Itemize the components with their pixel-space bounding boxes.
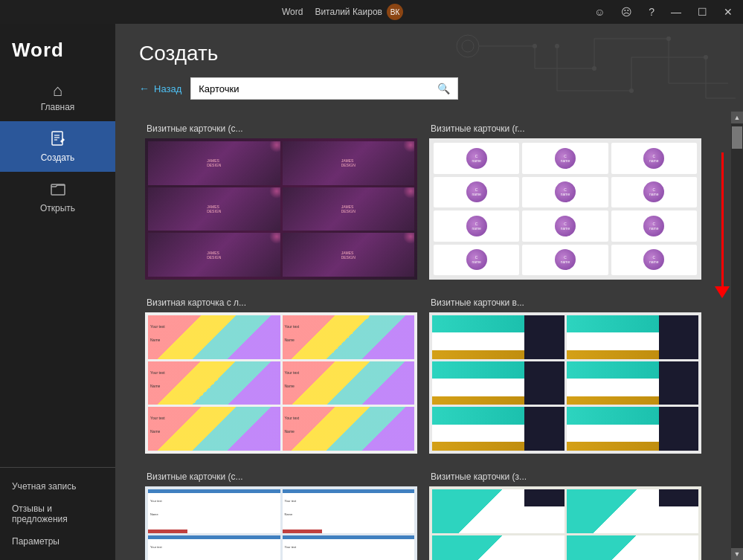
card2-cell: Cname xyxy=(434,143,519,174)
scrollbar-track: ▲ ▼ xyxy=(731,112,743,560)
card2-cell: Cname xyxy=(522,245,608,276)
template-item-3[interactable]: Визитная карточка с л... Your textName Y… xyxy=(139,292,423,466)
titlebar-controls: ☺ ☹ ? — ☐ ✕ xyxy=(590,4,737,19)
emoji-smile-icon[interactable]: ☺ xyxy=(590,4,609,19)
scrollbar-down-button[interactable]: ▼ xyxy=(731,548,743,560)
maximize-button[interactable]: ☐ xyxy=(693,4,712,19)
card3-cell: Your textName xyxy=(283,361,415,405)
card3b-cell: Your text xyxy=(148,535,280,560)
app-title: Word xyxy=(282,7,303,17)
sidebar-item-create[interactable]: Создать xyxy=(0,121,115,172)
template-item-5[interactable]: Визитные карточки (с... Your textName Yo… xyxy=(139,466,423,560)
sidebar-brand: Word xyxy=(0,24,115,74)
sidebar-home-label: Главная xyxy=(41,102,75,112)
scrollbar-up-button[interactable]: ▲ xyxy=(731,112,743,123)
card3-cell: Your textName xyxy=(148,407,280,451)
card2-cell: Cname xyxy=(434,177,519,208)
svg-rect-4 xyxy=(51,184,65,195)
titlebar-center: Word Виталий Каиров ВК xyxy=(282,4,403,20)
search-row: ← Назад 🔍 xyxy=(139,77,719,100)
template-thumb-3: Your textName Your textName Your textNam… xyxy=(145,312,417,454)
card2-cell: Cname xyxy=(611,245,697,276)
template-item-4[interactable]: Визитные карточки в... xyxy=(423,292,707,466)
scrollbar-thumb[interactable] xyxy=(732,126,742,149)
sidebar-item-open[interactable]: Открыть xyxy=(0,172,115,222)
card2-cell: Cname xyxy=(434,210,519,242)
card1-cell: JAMESDESIGN xyxy=(148,187,280,231)
search-input[interactable] xyxy=(191,79,430,99)
template-title-3: Визитная карточка с л... xyxy=(145,297,417,308)
card4-cell xyxy=(432,315,565,359)
sidebar-item-feedback[interactable]: Отзывы и предложения xyxy=(0,498,115,530)
page-title: Создать xyxy=(139,42,719,65)
card2-cell: Cname xyxy=(434,245,519,276)
main-header: Создать ← Назад 🔍 xyxy=(115,24,743,112)
user-name: Виталий Каиров xyxy=(315,7,382,17)
card3b-cell: Your text xyxy=(283,535,415,560)
sidebar-open-label: Открыть xyxy=(40,203,75,213)
sidebar: Word ⌂ Главная Создать xyxy=(0,24,115,560)
sidebar-bottom: Учетная запись Отзывы и предложения Пара… xyxy=(0,467,115,560)
card2-cell: Cname xyxy=(611,143,697,174)
sidebar-item-settings[interactable]: Параметры xyxy=(0,530,115,553)
template-item-6[interactable]: Визитные карточки (з... xyxy=(423,466,707,560)
card1-cell: JAMESDESIGN xyxy=(148,233,280,277)
template-item-1[interactable]: Визитные карточки (с... JAMESDESIGN JAME… xyxy=(139,118,423,292)
card4-cell xyxy=(567,361,699,405)
help-icon[interactable]: ? xyxy=(644,4,659,19)
template-title-6: Визитные карточки (з... xyxy=(429,472,701,482)
card4b-cell xyxy=(432,489,565,533)
card3-cell: Your textName xyxy=(283,407,415,451)
card3-cell: Your textName xyxy=(148,315,280,359)
back-arrow-icon: ← xyxy=(139,83,149,94)
card3b-cell: Your textName xyxy=(148,489,280,533)
user-info: Виталий Каиров ВК xyxy=(315,4,403,20)
card4-cell xyxy=(567,315,699,359)
card1-cell: JAMESDESIGN xyxy=(148,141,280,185)
template-item-2[interactable]: Визитные карточки (г... Cname Cname Cnam… xyxy=(423,118,707,292)
emoji-sad-icon[interactable]: ☹ xyxy=(617,4,637,19)
search-button[interactable]: 🔍 xyxy=(430,78,457,99)
back-label: Назад xyxy=(154,83,181,94)
card4b-cell xyxy=(567,489,699,533)
sidebar-item-account[interactable]: Учетная запись xyxy=(0,475,115,498)
templates-grid: Визитные карточки (с... JAMESDESIGN JAME… xyxy=(115,112,731,560)
card4-cell xyxy=(432,361,565,405)
template-title-5: Визитные карточки (с... xyxy=(145,472,417,482)
template-title-2: Визитные карточки (г... xyxy=(429,123,701,134)
card4-cell xyxy=(432,407,565,451)
back-button[interactable]: ← Назад xyxy=(139,83,181,94)
card2-cell: Cname xyxy=(611,210,697,242)
card1-cell: JAMESDESIGN xyxy=(283,141,415,185)
titlebar: Word Виталий Каиров ВК ☺ ☹ ? — ☐ ✕ xyxy=(0,0,743,24)
template-thumb-2: Cname Cname Cname Cname Cname Cname Cnam… xyxy=(429,138,701,280)
card1-cell: JAMESDESIGN xyxy=(283,187,415,231)
svg-rect-0 xyxy=(52,132,62,145)
template-thumb-6 xyxy=(429,486,701,560)
main-content: Создать ← Назад 🔍 Визитные карточки (с..… xyxy=(115,24,743,560)
sidebar-nav: ⌂ Главная Создать xyxy=(0,74,115,560)
template-thumb-1: JAMESDESIGN JAMESDESIGN JAMESDESIGN JAME… xyxy=(145,138,417,280)
open-icon xyxy=(50,181,66,200)
card4-cell xyxy=(567,407,699,451)
card3-cell: Your textName xyxy=(148,361,280,405)
create-icon xyxy=(50,130,66,149)
card2-cell: Cname xyxy=(611,177,697,208)
card4b-cell xyxy=(432,535,565,560)
card2-cell: Cname xyxy=(522,143,608,174)
minimize-button[interactable]: — xyxy=(666,4,686,19)
close-button[interactable]: ✕ xyxy=(719,4,737,19)
card3-cell: Your textName xyxy=(283,315,415,359)
template-thumb-5: Your textName Your textName Your text Yo… xyxy=(145,486,417,560)
sidebar-item-home[interactable]: ⌂ Главная xyxy=(0,74,115,121)
card2-cell: Cname xyxy=(522,177,608,208)
app-body: Word ⌂ Главная Создать xyxy=(0,24,743,560)
home-icon: ⌂ xyxy=(53,83,62,99)
card4b-cell xyxy=(567,535,699,560)
templates-area: Визитные карточки (с... JAMESDESIGN JAME… xyxy=(115,112,743,560)
search-box: 🔍 xyxy=(190,77,458,100)
template-title-1: Визитные карточки (с... xyxy=(145,123,417,134)
template-thumb-4 xyxy=(429,312,701,454)
sidebar-create-label: Создать xyxy=(41,152,75,163)
card1-cell: JAMESDESIGN xyxy=(283,233,415,277)
